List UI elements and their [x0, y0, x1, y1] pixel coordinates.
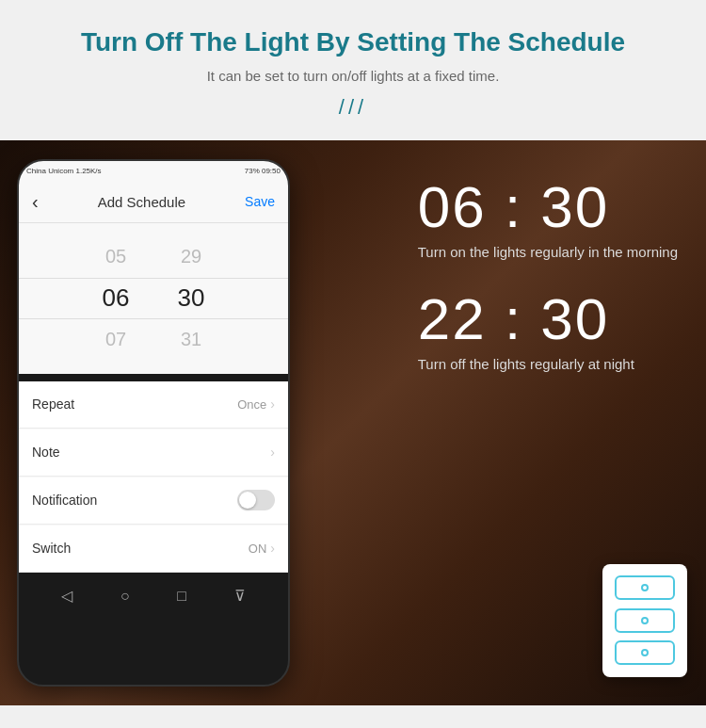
minute-below: 31: [153, 319, 229, 361]
schedule-desc-1: Turn on the lights regularly in the morn…: [418, 244, 678, 260]
switch-label: Switch: [32, 541, 71, 556]
minute-above: 29: [153, 236, 229, 278]
minute-column[interactable]: 29 30 31: [153, 236, 229, 361]
top-section: Turn Off The Light By Setting The Schedu…: [0, 0, 706, 140]
note-chevron-icon: ›: [270, 445, 275, 460]
minute-selected: 30: [153, 278, 229, 319]
app-header-title: Add Schedule: [98, 194, 185, 210]
phone-status-bar: China Unicom 1.25K/s 73% 09:50: [19, 161, 288, 182]
hour-above: 05: [78, 236, 153, 278]
phone-navbar: ◁ ○ □ ⊽: [19, 574, 288, 619]
time-picker[interactable]: 05 06 07 29 30 31: [19, 223, 288, 374]
status-left: China Unicom 1.25K/s: [26, 167, 102, 175]
schedule-time-2: 22 : 30: [418, 290, 678, 348]
notification-toggle[interactable]: [237, 490, 275, 510]
menu-item-note[interactable]: Note ›: [19, 429, 288, 477]
home-nav-icon[interactable]: ○: [120, 588, 130, 605]
phone-app-header: ‹ Add Schedule Save: [19, 182, 288, 223]
back-nav-icon[interactable]: ◁: [61, 587, 72, 605]
hour-column[interactable]: 05 06 07: [78, 236, 153, 361]
note-label: Note: [32, 445, 60, 460]
schedule-time-1: 06 : 30: [418, 178, 678, 236]
switch-button-2[interactable]: [615, 608, 675, 633]
menu-item-repeat[interactable]: Repeat Once ›: [19, 381, 288, 429]
divider-slashes: ///: [38, 95, 668, 120]
menu-list: Repeat Once › Note › Notification: [19, 381, 288, 573]
bottom-section: China Unicom 1.25K/s 73% 09:50 ‹ Add Sch…: [0, 140, 706, 705]
hour-selected: 06: [78, 278, 153, 319]
subtitle: It can be set to turn on/off lights at a…: [38, 68, 668, 84]
down-nav-icon[interactable]: ⊽: [234, 587, 246, 605]
menu-item-notification[interactable]: Notification: [19, 477, 288, 525]
back-button[interactable]: ‹: [32, 191, 39, 213]
switch-value: ON ›: [249, 541, 275, 556]
status-right: 73% 09:50: [245, 167, 281, 175]
save-button[interactable]: Save: [245, 194, 275, 209]
switch-button-1[interactable]: [615, 575, 675, 600]
switch-chevron-icon: ›: [270, 541, 275, 556]
main-title: Turn Off The Light By Setting The Schedu…: [38, 26, 668, 58]
schedule-desc-2: Turn off the lights regularly at night: [418, 356, 678, 372]
hour-below: 07: [78, 319, 153, 361]
phone-container: China Unicom 1.25K/s 73% 09:50 ‹ Add Sch…: [17, 159, 290, 687]
switch-dot-2: [641, 617, 649, 624]
recent-nav-icon[interactable]: □: [177, 588, 186, 605]
menu-item-switch[interactable]: Switch ON ›: [19, 526, 288, 573]
chevron-icon: ›: [270, 396, 275, 412]
switch-dot-3: [641, 649, 649, 656]
switch-panel: [602, 564, 687, 677]
note-value: ›: [270, 445, 275, 460]
repeat-value: Once ›: [237, 396, 275, 412]
repeat-label: Repeat: [32, 396, 74, 412]
right-content: 06 : 30 Turn on the lights regularly in …: [418, 178, 678, 372]
switch-button-3[interactable]: [615, 640, 675, 665]
notification-label: Notification: [32, 493, 97, 508]
phone: China Unicom 1.25K/s 73% 09:50 ‹ Add Sch…: [17, 159, 290, 687]
switch-dot-1: [641, 584, 649, 591]
